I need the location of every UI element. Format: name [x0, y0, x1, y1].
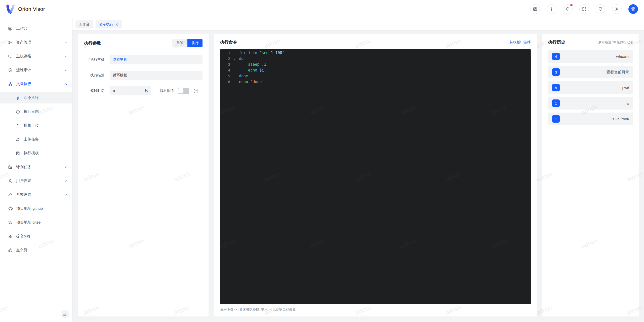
theme-sun-icon — [549, 7, 554, 11]
exec-params-panel: 执行参数 重置 执行 *执行主机 选择主机 执行描述 循环模板 — [78, 34, 209, 316]
sidebar-item-label: 批量上传 — [24, 123, 67, 128]
sidebar-item-batch-upload[interactable]: 批量上传 — [0, 120, 72, 131]
history-row[interactable]: 5 pwd — [548, 81, 633, 94]
refresh-button[interactable] — [596, 4, 605, 14]
code-editor[interactable]: 1for i in `seq 1 100` 2⌄do 3 sleep .1 4 … — [220, 49, 531, 304]
line-number: 3 — [220, 62, 230, 67]
upload-icon — [16, 123, 20, 128]
cluster-nodes-icon — [8, 82, 13, 86]
line-number: 2 — [220, 56, 230, 62]
chevron-down-icon — [64, 41, 67, 44]
reset-button[interactable]: 重置 — [172, 39, 187, 47]
tab-close-icon[interactable] — [115, 23, 118, 26]
chevron-up-icon — [64, 83, 67, 86]
sidebar-item-gitee-link[interactable]: 项目地址 gitee — [0, 217, 72, 228]
sidebar-item-exec-log[interactable]: 执行日志 — [0, 106, 72, 117]
lightning-icon — [16, 96, 20, 100]
sidebar-item-label: 主机运维 — [16, 54, 64, 59]
user-avatar[interactable]: 管 — [628, 4, 638, 14]
sidebar-item-command-exec[interactable]: 命令执行 — [0, 92, 72, 103]
chevron-down-icon — [64, 69, 67, 72]
host-field-label: *执行主机 — [84, 57, 110, 62]
timeout-field-label: 超时时间 — [84, 89, 110, 93]
tab-command-exec[interactable]: 命令执行 — [96, 20, 122, 28]
line-number: 6 — [220, 79, 230, 85]
calendar-clock-icon — [8, 165, 13, 169]
code-line[interactable]: 3 sleep .1 — [220, 62, 531, 67]
thumbs-up-icon — [8, 248, 13, 253]
sidebar-item-label: 执行模板 — [24, 151, 67, 156]
chevron-down-icon — [64, 193, 67, 196]
sidebar-item-user-settings[interactable]: 用户设置 — [0, 175, 72, 187]
menu-fold-icon — [63, 312, 67, 316]
sidebar-item-scheduled-tasks[interactable]: 计划任务 — [0, 161, 72, 173]
sidebar-item-github-link[interactable]: 项目地址 github — [0, 203, 72, 214]
execute-button-label: 执行 — [191, 41, 198, 45]
code-line[interactable]: 5done — [220, 73, 531, 79]
fold-chevron-icon[interactable]: ⌄ — [230, 56, 239, 62]
description-input[interactable]: 循环模板 — [110, 71, 203, 80]
chevron-down-icon — [64, 55, 67, 58]
sidebar-collapse-button[interactable] — [61, 310, 69, 318]
sidebar-item-exec-templates[interactable]: 执行模板 — [0, 148, 72, 159]
tab-label: 命令执行 — [99, 22, 113, 27]
execute-button[interactable]: 执行 — [187, 39, 203, 47]
line-number: 1 — [220, 50, 230, 56]
sidebar-item-host-ops[interactable]: 主机运维 — [0, 51, 72, 62]
history-subtitle: 展示最近 20 条执行记录 — [598, 40, 633, 45]
settings-button[interactable] — [612, 4, 622, 14]
sidebar-item-report-bug[interactable]: 提交bug — [0, 231, 72, 242]
history-row[interactable]: 3 查看当前目录 — [548, 66, 633, 78]
sidebar-item-label: 用户设置 — [16, 178, 64, 183]
history-row[interactable]: 1 ls -la /root/ — [548, 113, 633, 125]
history-command: 查看当前目录 — [560, 70, 629, 75]
theme-button[interactable] — [547, 4, 556, 14]
exec-history-panel: 执行历史 展示最近 20 条执行记录 4 whoami 3 查看当前目录 5 p… — [542, 34, 639, 316]
code-line[interactable]: 4 echo $i — [220, 67, 531, 73]
history-row[interactable]: 4 whoami — [548, 50, 633, 63]
user-icon — [8, 179, 13, 183]
assets-icon — [8, 40, 13, 45]
help-icon[interactable] — [193, 88, 198, 94]
select-from-template-link[interactable]: 从模板中选择 — [510, 40, 531, 45]
params-actions: 重置 执行 — [172, 39, 203, 47]
host-select-value[interactable]: 选择主机 — [113, 57, 127, 62]
code-line[interactable]: 6echo 'done' — [220, 79, 531, 85]
script-exec-toggle[interactable] — [178, 88, 189, 94]
sidebar-item-label: 命令执行 — [24, 95, 67, 100]
sidebar-item-system-settings[interactable]: 系统设置 — [0, 189, 72, 200]
code-line[interactable]: 1for i in `seq 1 100` — [220, 50, 531, 56]
exec-count-badge: 1 — [552, 115, 560, 123]
sidebar-item-upload-tasks[interactable]: 上传任务 — [0, 134, 72, 145]
host-select-input[interactable]: 选择主机 — [110, 55, 203, 64]
exec-count-badge: 4 — [552, 53, 560, 60]
avatar-text: 管 — [631, 7, 635, 12]
sidebar-item-workbench[interactable]: 工作台 — [0, 23, 72, 34]
line-number: 5 — [220, 73, 230, 79]
code-line[interactable]: 2⌄do — [220, 56, 531, 62]
history-row[interactable]: 1 ls — [548, 97, 633, 110]
tab-bar: 工作台 命令执行 — [72, 18, 644, 31]
editor-hint: 使用 @{{ xxx }} 来替换参数, 输入_可以获取全部变量 — [220, 307, 531, 312]
notifications-button[interactable] — [563, 4, 573, 14]
exec-command-panel: 执行命令 从模板中选择 1for i in `seq 1 100` 2⌄do 3… — [214, 34, 537, 316]
code-button[interactable] — [530, 4, 540, 14]
toggle-knob — [178, 88, 183, 93]
sidebar-item-batch-exec[interactable]: 批量执行 — [0, 78, 72, 90]
tab-label: 工作台 — [79, 22, 90, 27]
app-header: Orion Visor — [0, 0, 644, 18]
history-command: ls — [560, 101, 629, 105]
logo[interactable]: Orion Visor — [6, 5, 45, 14]
fullscreen-button[interactable] — [579, 4, 589, 14]
timeout-input[interactable]: 0 秒 — [110, 86, 151, 95]
timeout-value: 0 — [113, 89, 115, 93]
command-panel-title: 执行命令 — [220, 39, 237, 45]
logo-icon — [6, 5, 15, 14]
indent-guide — [240, 62, 240, 73]
sidebar-item-assets[interactable]: 资产管理 — [0, 37, 72, 48]
sidebar-item-like[interactable]: 点个赞~ — [0, 244, 72, 256]
tab-workbench[interactable]: 工作台 — [75, 20, 93, 28]
sidebar-item-audit[interactable]: 运维审计 — [0, 64, 72, 76]
gear-icon — [615, 7, 619, 11]
history-list: 4 whoami 3 查看当前目录 5 pwd 1 ls 1 ls -la /r… — [542, 45, 639, 125]
